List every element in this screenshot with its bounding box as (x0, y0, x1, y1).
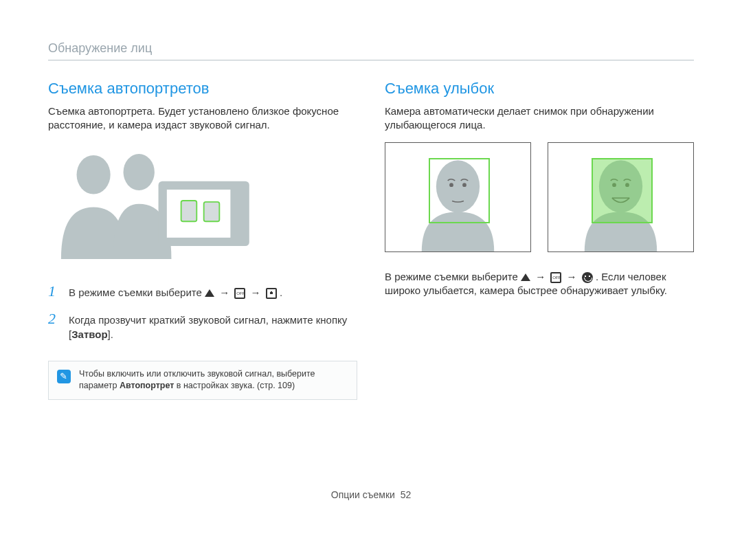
svg-point-0 (77, 155, 111, 194)
svg-rect-5 (204, 201, 220, 221)
heading-smile: Съемка улыбок (385, 80, 694, 98)
col-smile: Съемка улыбок Камера автоматически делае… (385, 80, 694, 400)
face-detect-box-filled (592, 158, 652, 224)
step2-post: ]. (108, 328, 113, 340)
page-footer: Опции съемки 52 (48, 489, 694, 500)
note-icon (57, 370, 71, 383)
breadcrumb: Обнаружение лиц (48, 41, 694, 60)
arrow-icon: → (251, 287, 261, 298)
face-self-icon (266, 288, 277, 299)
face-off-icon (550, 272, 561, 283)
photo-smile (548, 142, 694, 252)
illustration-selfportrait (48, 142, 357, 262)
up-icon (205, 289, 214, 297)
step-2: 2 Когда прозвучит краткий звуковой сигна… (48, 310, 357, 341)
smile-paragraph: В режиме съемки выберите → → . Если чело… (385, 270, 694, 298)
intro-selfportrait: Съемка автопортрета. Будет установлено б… (48, 104, 357, 133)
arrow-icon: → (567, 271, 577, 282)
smile-icon (582, 272, 593, 283)
intro-smile: Камера автоматически делает снимок при о… (385, 104, 694, 133)
step1-post: . (280, 287, 282, 298)
svg-point-1 (124, 154, 155, 190)
photo-neutral (385, 142, 531, 252)
face-off-icon (234, 288, 245, 299)
heading-selfportrait: Съемка автопортретов (48, 80, 357, 98)
note-text: Чтобы включить или отключить звуковой си… (79, 368, 348, 392)
photo-row (385, 142, 694, 252)
svg-rect-3 (166, 189, 231, 238)
step-1: 1 В режиме съемки выберите → → . (48, 282, 357, 300)
step-number: 2 (48, 310, 60, 328)
arrow-icon: → (219, 287, 229, 298)
up-icon (521, 273, 530, 281)
step-number: 1 (48, 282, 60, 300)
arrow-icon: → (535, 271, 546, 282)
face-detect-box (429, 158, 489, 224)
col-selfportrait: Съемка автопортретов Съемка автопортрета… (48, 80, 357, 400)
step1-pre: В режиме съемки выберите (69, 287, 205, 298)
note-box: Чтобы включить или отключить звуковой си… (48, 361, 357, 400)
svg-rect-4 (181, 201, 197, 221)
shutter-label: Затвор (71, 328, 107, 340)
